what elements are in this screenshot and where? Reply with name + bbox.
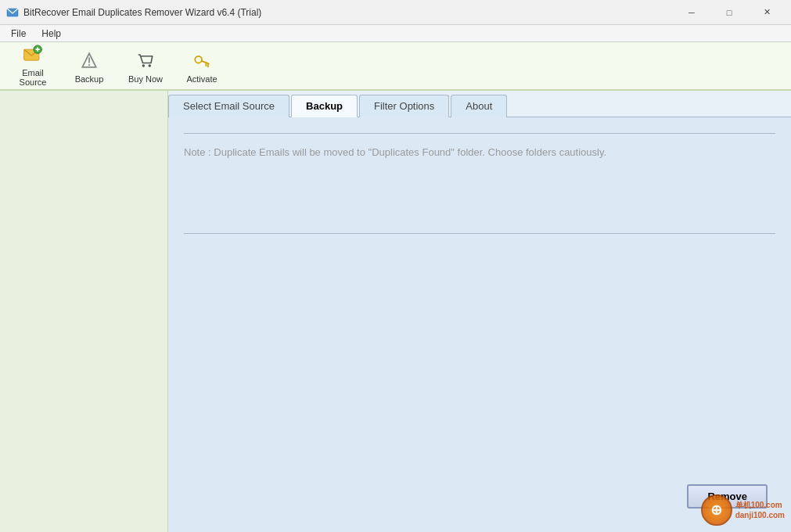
window-controls: ─ □ ✕ <box>674 1 785 24</box>
tab-backup[interactable]: Backup <box>291 95 358 117</box>
backup-label: Backup <box>75 74 104 84</box>
maximize-button[interactable]: □ <box>711 1 747 24</box>
email-source-icon <box>20 45 45 66</box>
tab-filter-options[interactable]: Filter Options <box>359 95 449 117</box>
svg-point-9 <box>149 64 152 67</box>
backup-icon <box>77 48 102 73</box>
menu-file[interactable]: File <box>3 27 34 41</box>
note-text: Note : Duplicate Emails will be moved to… <box>184 146 775 158</box>
svg-point-7 <box>88 64 90 66</box>
bottom-separator <box>184 233 775 234</box>
window-title: BitRecover Email Duplicates Remover Wiza… <box>23 7 674 18</box>
svg-point-8 <box>142 64 146 67</box>
menu-help[interactable]: Help <box>34 27 69 41</box>
email-source-label: Email Source <box>8 68 58 87</box>
toolbar: Email Source Backup Buy Now <box>0 42 791 91</box>
buy-now-button[interactable]: Buy Now <box>119 45 172 87</box>
title-bar: BitRecover Email Duplicates Remover Wiza… <box>0 0 791 25</box>
buy-now-label: Buy Now <box>128 74 163 84</box>
buynow-icon <box>133 48 158 73</box>
left-sidebar <box>0 91 168 532</box>
app-icon <box>6 6 19 19</box>
tab-about[interactable]: About <box>451 95 507 117</box>
close-button[interactable]: ✕ <box>749 1 785 24</box>
tab-bar: Select Email Source Backup Filter Option… <box>168 91 791 117</box>
minimize-button[interactable]: ─ <box>674 1 710 24</box>
top-separator <box>184 133 775 134</box>
tab-select-email-source[interactable]: Select Email Source <box>168 95 289 117</box>
svg-point-10 <box>195 56 202 63</box>
main-content: Select Email Source Backup Filter Option… <box>0 91 791 532</box>
watermark-logo: ⊕ <box>701 494 732 526</box>
right-panel: Select Email Source Backup Filter Option… <box>168 91 791 532</box>
tab-content: Note : Duplicate Emails will be moved to… <box>168 117 791 532</box>
activate-button[interactable]: Activate <box>175 45 228 87</box>
email-source-button[interactable]: Email Source <box>6 45 59 87</box>
watermark: ⊕ 单机100.comdanji100.com <box>701 494 785 526</box>
watermark-text: 单机100.comdanji100.com <box>735 500 785 520</box>
activate-label: Activate <box>186 74 217 84</box>
svg-line-11 <box>202 61 209 64</box>
activate-icon <box>189 48 214 73</box>
menu-bar: File Help <box>0 25 791 42</box>
backup-button[interactable]: Backup <box>63 45 116 87</box>
